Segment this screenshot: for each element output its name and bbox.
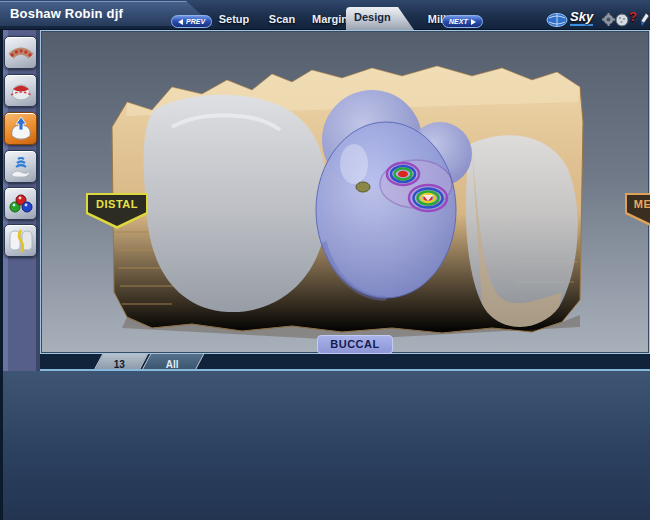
brand-sky-logo: Sky	[570, 9, 593, 26]
arch-model-icon[interactable]	[4, 36, 37, 69]
prev-label: PREV	[186, 18, 205, 25]
settings-gear-icon[interactable]	[602, 13, 615, 26]
restoration-tab-strip: 13 All	[40, 354, 650, 370]
parameter-spheres-icon[interactable]	[4, 187, 37, 220]
model-viewport[interactable]: DISTAL MESIAL	[40, 30, 650, 354]
nav-step-design-active[interactable]: Design	[346, 7, 414, 30]
nav-step-setup[interactable]: Setup	[206, 13, 262, 25]
mesial-label: MESIAL	[625, 198, 650, 210]
next-arrow-icon	[471, 19, 476, 25]
margin-tooth-icon[interactable]	[4, 74, 37, 107]
distal-label: DISTAL	[86, 198, 148, 210]
next-button[interactable]: NEXT	[442, 15, 483, 28]
tool-sidebar	[0, 30, 40, 371]
next-label: NEXT	[449, 18, 468, 25]
adjacent-tooth-distal[interactable]	[144, 95, 328, 312]
nav-step-scan[interactable]: Scan	[258, 13, 306, 25]
orientation-badge-buccal[interactable]: BUCCAL	[317, 335, 393, 354]
paint-tool-icon[interactable]	[639, 11, 650, 27]
model-3d-icon[interactable]	[546, 13, 568, 27]
material-sphere-icon[interactable]	[615, 13, 629, 27]
morph-tooth-icon[interactable]	[4, 150, 37, 183]
app-window: Boshaw Robin djf PREV Setup Scan Margin …	[0, 0, 650, 520]
model-3d-scene[interactable]	[42, 32, 648, 352]
help-icon[interactable]: ?	[629, 9, 637, 24]
tab-tooth-13[interactable]: 13	[94, 354, 149, 370]
restoration-design-icon[interactable]	[4, 112, 37, 145]
orientation-badge-distal[interactable]: DISTAL	[86, 193, 148, 229]
title-bar: Boshaw Robin djf PREV Setup Scan Margin …	[0, 0, 650, 30]
orientation-badge-mesial[interactable]: MESIAL	[625, 193, 650, 229]
design-label: Design	[354, 11, 391, 23]
patient-name: Boshaw Robin djf	[10, 6, 123, 21]
contact-teeth-icon[interactable]	[4, 224, 37, 257]
bottom-control-zone: Move, rotate, or expand the restoration …	[0, 371, 650, 520]
tab-all[interactable]: All	[142, 354, 205, 370]
prev-arrow-icon	[178, 19, 183, 25]
